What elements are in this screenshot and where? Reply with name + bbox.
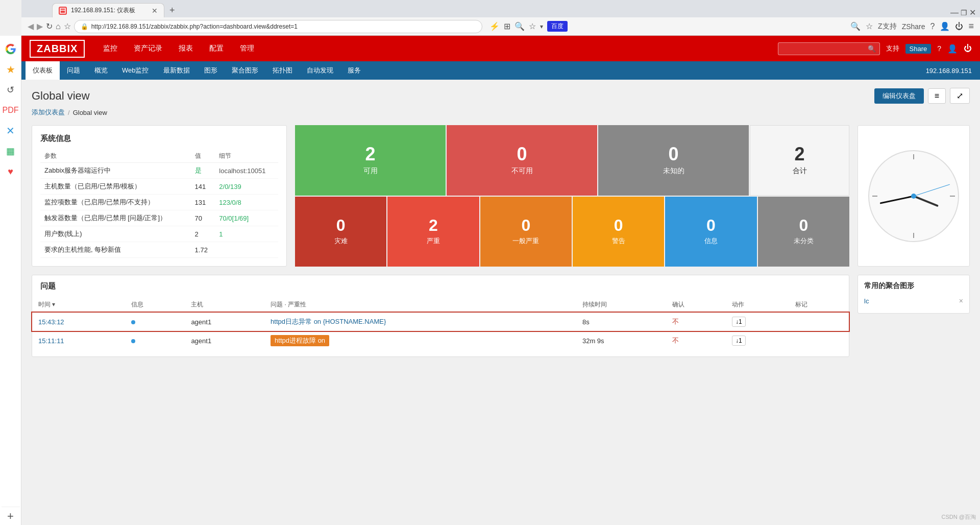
clock-minute-hand: [879, 195, 914, 204]
app-header: ZABBIX 监控 资产记录 报表 配置 管理 🔍 支持 Share ? 👤 ⏻: [21, 36, 980, 61]
status-cell-info[interactable]: 0 信息: [665, 197, 756, 267]
clock-face: [868, 150, 959, 242]
nav-item-reports[interactable]: 报表: [170, 36, 201, 61]
problem-row-1: 15:43:12 agent1 httpd日志异常 on {HOSTNAME.N…: [32, 313, 849, 331]
share-btn[interactable]: ZShare: [902, 22, 925, 31]
subnav-autodiscover[interactable]: 自动发现: [300, 61, 340, 80]
svg-rect-1: [60, 8, 65, 13]
lightning-icon[interactable]: ⚡: [489, 21, 500, 31]
agg-close-lc[interactable]: ×: [959, 297, 963, 305]
status-cell-total[interactable]: 2 合计: [750, 125, 849, 196]
problem-row2-ack[interactable]: 不: [666, 331, 726, 350]
status-cell-unknown[interactable]: 0 未知的: [598, 125, 749, 196]
breadcrumb: 添加仪表盘 / Global view: [32, 108, 970, 117]
problem-row2-issue[interactable]: httpd进程故障 on: [264, 331, 576, 350]
subnav-services[interactable]: 服务: [340, 61, 368, 80]
favorites-icon[interactable]: ☆: [529, 21, 536, 31]
problem-row2-time[interactable]: 15:11:11: [32, 331, 125, 350]
close-window-button[interactable]: ✕: [969, 8, 976, 17]
nav-item-assets[interactable]: 资产记录: [126, 36, 170, 61]
dashboard-expand-button[interactable]: ⤢: [950, 88, 970, 104]
status-cell-warning[interactable]: 0 警告: [573, 197, 664, 267]
breadcrumb-link[interactable]: 添加仪表盘: [32, 108, 65, 117]
status-cell-available[interactable]: 2 可用: [295, 125, 446, 196]
sysinfo-value: 141: [191, 179, 215, 195]
left-sidebar: ★ ↺ PDF ✕ ▦ ♥ +: [0, 36, 21, 525]
agg-link-lc[interactable]: lc: [864, 297, 869, 305]
share-link[interactable]: Share: [905, 44, 932, 54]
help-link[interactable]: ?: [937, 44, 941, 53]
problem-row1-issue[interactable]: httpd日志异常 on {HOSTNAME.NAME}: [264, 313, 576, 331]
nav-item-monitor[interactable]: 监控: [95, 36, 126, 61]
dashboard-menu-button[interactable]: ≡: [928, 88, 946, 104]
subnav-latest-data[interactable]: 最新数据: [156, 61, 197, 80]
problem-row-2: 15:11:11 agent1 httpd进程故障 on 32m 9s 不 ↓1: [32, 331, 849, 350]
sysinfo-detail: 1: [215, 226, 278, 242]
global-search-input[interactable]: [778, 42, 880, 55]
agg-graphs-title: 常用的聚合图形: [864, 281, 963, 291]
status-cell-critical[interactable]: 2 严重: [387, 197, 479, 267]
subnav-problems[interactable]: 问题: [60, 61, 87, 80]
apps-icon[interactable]: ⊞: [504, 21, 510, 31]
more-options-btn[interactable]: ≡: [968, 21, 974, 32]
chevron-down-icon[interactable]: ▾: [540, 23, 543, 30]
problem-row2-tag: [789, 331, 849, 350]
help-btn[interactable]: ?: [930, 22, 935, 31]
nav-item-manage[interactable]: 管理: [232, 36, 262, 61]
clock-hour-hand: [913, 195, 939, 207]
sidebar-heart-icon[interactable]: ♥: [2, 162, 20, 181]
action-btn-2[interactable]: ↓1: [732, 336, 746, 346]
support-link[interactable]: 支持: [886, 44, 899, 53]
profile-btn[interactable]: 👤: [940, 21, 950, 31]
status-cell-disaster[interactable]: 0 灾难: [295, 197, 386, 267]
breadcrumb-separator: /: [68, 109, 70, 116]
subnav-graphs[interactable]: 图形: [197, 61, 225, 80]
col-detail: 细节: [215, 150, 278, 163]
status-cell-major[interactable]: 0 一般严重: [480, 197, 572, 267]
new-tab-button[interactable]: +: [165, 3, 179, 17]
zoom-icon[interactable]: 🔍: [514, 21, 525, 31]
sub-nav: 仪表板 问题 概览 Web监控 最新数据 图形 聚合图形 拓扑图 自动发现 服务…: [21, 61, 980, 80]
sidebar-x-icon[interactable]: ✕: [2, 122, 20, 140]
home-button[interactable]: ⌂: [56, 22, 61, 31]
sidebar-google-icon[interactable]: [2, 40, 20, 58]
back-button[interactable]: ◀: [28, 21, 34, 31]
nav-item-config[interactable]: 配置: [201, 36, 232, 61]
sidebar-pdf-icon[interactable]: PDF: [2, 101, 20, 120]
edit-dashboard-button[interactable]: 编辑仪表盘: [874, 88, 924, 104]
sysinfo-detail: 70/0[1/69]: [215, 210, 278, 226]
sidebar-star-icon[interactable]: ★: [2, 60, 20, 79]
status-cell-unclassified[interactable]: 0 未分类: [758, 197, 849, 267]
bookmark-button[interactable]: ☆: [64, 21, 71, 31]
problem-row1-time[interactable]: 15:43:12: [32, 313, 125, 331]
minimize-button[interactable]: —: [950, 8, 959, 17]
status-cell-unavailable[interactable]: 0 不可用: [447, 125, 597, 196]
tab-close-icon[interactable]: ✕: [152, 7, 158, 15]
logout-icon[interactable]: ⏻: [964, 44, 972, 53]
subnav-agg-graphs[interactable]: 聚合图形: [225, 61, 265, 80]
clock-panel: [857, 125, 970, 267]
user-icon[interactable]: 👤: [947, 44, 958, 54]
bookmark-star-icon[interactable]: ☆: [866, 21, 873, 31]
problem-row1-duration: 8s: [576, 313, 666, 331]
forward-button[interactable]: ▶: [37, 21, 43, 31]
action-btn-1[interactable]: ↓1: [732, 317, 746, 327]
browser-tab-active[interactable]: 192.168.89.151: 仪表板 ✕: [52, 3, 164, 17]
support-btn[interactable]: Z支持: [878, 22, 897, 31]
more-search-icon[interactable]: 🔍: [850, 21, 861, 31]
sidebar-history-icon[interactable]: ↺: [2, 81, 20, 99]
reload-button[interactable]: ↻: [46, 21, 53, 31]
problem-row1-action[interactable]: ↓1: [726, 313, 789, 331]
subnav-web-monitor[interactable]: Web监控: [115, 61, 156, 80]
sidebar-grid-icon[interactable]: ▦: [2, 142, 20, 160]
baidu-icon[interactable]: 百度: [547, 21, 568, 32]
sidebar-add-bottom-icon[interactable]: +: [2, 507, 20, 525]
address-bar[interactable]: [91, 23, 476, 30]
subnav-topology[interactable]: 拓扑图: [265, 61, 300, 80]
problem-row2-action[interactable]: ↓1: [726, 331, 789, 350]
power-btn[interactable]: ⏻: [955, 22, 963, 31]
restore-button[interactable]: ❐: [961, 9, 967, 17]
subnav-dashboard[interactable]: 仪表板: [26, 61, 60, 80]
subnav-overview[interactable]: 概览: [87, 61, 115, 80]
problem-row1-ack[interactable]: 不: [666, 313, 726, 331]
